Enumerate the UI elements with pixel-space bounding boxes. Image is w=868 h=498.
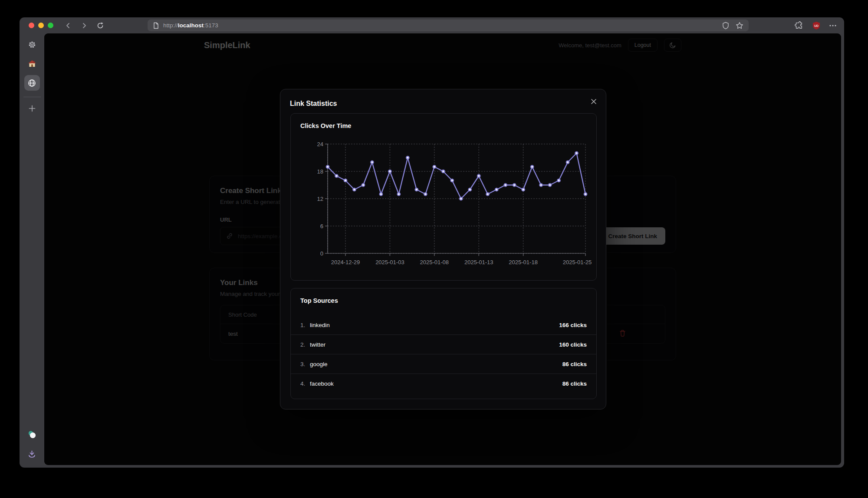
web-content: SimpleLink Welcome, test@test.com Logout… bbox=[44, 33, 841, 465]
reload-icon bbox=[96, 22, 104, 29]
chevron-left-icon bbox=[65, 22, 72, 29]
minimize-window-button[interactable] bbox=[38, 23, 44, 28]
source-rank: 1. bbox=[300, 322, 310, 328]
page-icon bbox=[153, 22, 159, 29]
url-port: :5173 bbox=[204, 22, 218, 29]
close-icon bbox=[591, 98, 597, 105]
house-icon bbox=[28, 59, 36, 68]
screen: http://localhost:5173 UD bbox=[0, 0, 868, 498]
source-name: facebook bbox=[310, 380, 334, 387]
modal-title: Link Statistics bbox=[290, 100, 337, 108]
source-clicks: 166 clicks bbox=[559, 322, 587, 328]
svg-text:2025-01-18: 2025-01-18 bbox=[509, 259, 538, 265]
source-name: twitter bbox=[310, 341, 326, 348]
svg-text:18: 18 bbox=[317, 168, 323, 175]
back-button[interactable] bbox=[63, 20, 73, 31]
source-clicks: 86 clicks bbox=[562, 361, 587, 367]
sidebar-divider bbox=[23, 97, 41, 97]
chevron-right-icon bbox=[81, 22, 88, 29]
sidebar-settings-button[interactable] bbox=[24, 37, 40, 52]
svg-text:2025-01-13: 2025-01-13 bbox=[464, 259, 493, 265]
url-bar[interactable]: http://localhost:5173 bbox=[148, 20, 749, 31]
svg-text:6: 6 bbox=[320, 223, 323, 229]
top-sources-list: 1. linkedin 166 clicks 2. twitter 160 cl… bbox=[291, 315, 596, 393]
svg-text:2024-12-29: 2024-12-29 bbox=[331, 259, 360, 265]
browser-titlebar: http://localhost:5173 UD bbox=[20, 17, 844, 33]
bookmark-star-icon[interactable] bbox=[736, 22, 743, 29]
sidebar-active-tab-localhost[interactable] bbox=[24, 75, 40, 91]
browser-sidebar bbox=[20, 33, 44, 468]
shield-icon[interactable] bbox=[722, 22, 729, 29]
close-window-button[interactable] bbox=[29, 23, 34, 28]
top-source-row: 2. twitter 160 clicks bbox=[291, 335, 596, 354]
browser-window: http://localhost:5173 UD bbox=[20, 17, 844, 468]
source-rank: 2. bbox=[300, 341, 310, 348]
browser-logo-icon bbox=[27, 429, 37, 440]
source-name: linkedin bbox=[310, 322, 330, 328]
downloads-button[interactable] bbox=[24, 446, 40, 462]
forward-button[interactable] bbox=[79, 20, 89, 31]
svg-text:12: 12 bbox=[317, 196, 323, 202]
svg-text:2025-01-03: 2025-01-03 bbox=[375, 259, 404, 265]
clicks-over-time-chart: 061218242024-12-292025-01-032025-01-0820… bbox=[291, 114, 597, 281]
link-statistics-modal: Link Statistics Clicks Over Time 0612182… bbox=[280, 89, 606, 410]
top-source-row: 1. linkedin 166 clicks bbox=[291, 315, 596, 335]
top-sources-title: Top Sources bbox=[300, 297, 338, 304]
source-name: google bbox=[310, 361, 328, 367]
extensions-puzzle-icon[interactable] bbox=[795, 21, 804, 30]
top-source-row: 3. google 86 clicks bbox=[291, 354, 596, 374]
browser-logo-button[interactable] bbox=[24, 427, 40, 442]
plus-icon bbox=[28, 105, 36, 112]
modal-close-button[interactable] bbox=[588, 95, 600, 108]
source-clicks: 160 clicks bbox=[559, 341, 587, 348]
source-rank: 3. bbox=[300, 361, 310, 367]
url-host: localhost bbox=[178, 22, 204, 29]
gear-icon bbox=[28, 40, 36, 49]
svg-text:2025-01-08: 2025-01-08 bbox=[420, 259, 449, 265]
sidebar-home-tab[interactable] bbox=[24, 56, 40, 72]
adblocker-badge-icon[interactable]: UD bbox=[812, 21, 821, 30]
new-tab-button[interactable] bbox=[24, 101, 40, 116]
top-source-row: 4. facebook 86 clicks bbox=[291, 374, 596, 393]
svg-text:24: 24 bbox=[317, 141, 323, 147]
source-clicks: 86 clicks bbox=[562, 380, 587, 387]
source-rank: 4. bbox=[300, 380, 310, 387]
svg-text:0: 0 bbox=[320, 250, 323, 257]
svg-text:UD: UD bbox=[814, 24, 819, 27]
clicks-over-time-card: Clicks Over Time 061218242024-12-292025-… bbox=[290, 113, 597, 281]
menu-ellipsis-icon[interactable] bbox=[829, 21, 837, 30]
download-icon bbox=[28, 450, 36, 458]
url-text: http://localhost:5173 bbox=[163, 22, 218, 29]
top-sources-card: Top Sources 1. linkedin 166 clicks 2. tw… bbox=[290, 288, 597, 399]
svg-text:2025-01-25: 2025-01-25 bbox=[563, 259, 592, 265]
window-controls bbox=[29, 23, 53, 28]
url-scheme: http:// bbox=[163, 22, 178, 29]
maximize-window-button[interactable] bbox=[48, 23, 53, 28]
reload-button[interactable] bbox=[95, 20, 105, 31]
globe-icon bbox=[27, 79, 36, 88]
